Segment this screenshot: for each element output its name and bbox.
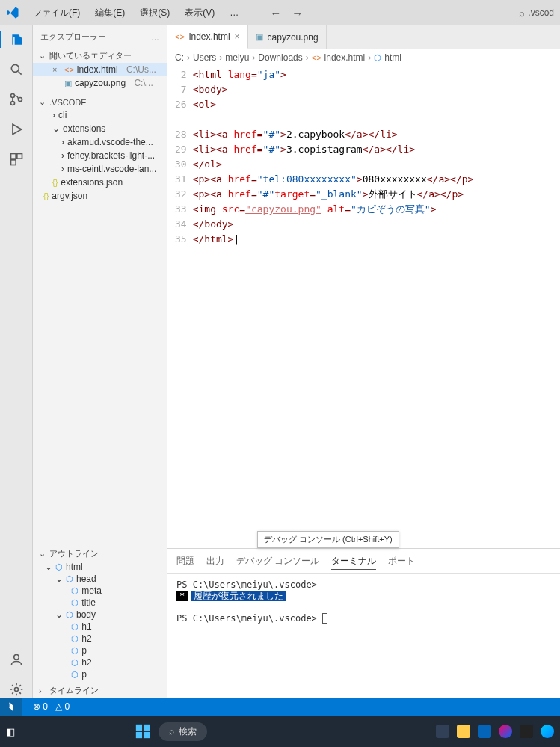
breadcrumb-segment[interactable]: C: [175,52,184,63]
outline-node[interactable]: ⌄⬡ body [33,609,167,621]
symbol-icon: ⬡ [71,586,79,596]
explorer-icon[interactable] [0,31,32,48]
status-errors[interactable]: ⊗ 0 [33,701,48,712]
breadcrumb-segment[interactable]: meiyu [225,52,249,63]
extensions-icon[interactable] [8,151,25,167]
activity-bar [0,25,33,698]
menu-edit[interactable]: 編集(E) [89,4,131,22]
panel-tab-problems[interactable]: 問題 [176,553,194,570]
open-editors-section[interactable]: ⌄ 開いているエディター [33,49,167,63]
windows-start-icon[interactable] [135,723,151,740]
symbol-icon: ⬡ [71,634,79,644]
taskbar-outlook-icon[interactable] [478,725,491,738]
settings-gear-icon[interactable] [8,681,25,698]
taskbar-terminal-icon[interactable] [520,725,533,738]
sidebar-more-icon[interactable]: … [151,33,159,42]
taskbar-search[interactable]: ⌕ 検索 [159,722,207,741]
chevron-down-icon: ⌄ [55,609,63,620]
outline-node[interactable]: ⬡ title [33,597,167,609]
close-icon[interactable]: × [235,31,240,42]
windows-taskbar: ◧ ⌕ 検索 [0,716,560,747]
svg-rect-9 [136,725,142,731]
code-editor[interactable]: 27262829303132333435 <html lang="ja"><bo… [167,66,560,548]
folder-item[interactable]: › akamud.vscode-the... [33,135,167,149]
account-icon[interactable] [8,651,25,668]
breadcrumb-segment[interactable]: html [384,52,401,63]
source-control-icon[interactable] [8,91,25,108]
chevron-down-icon: ⌄ [52,123,60,134]
history-star-icon: * [176,591,188,601]
taskbar-copilot-icon[interactable] [499,725,512,738]
tab-capyzou[interactable]: ▣ capyzou.png [248,25,327,49]
search-activity-icon[interactable] [8,61,25,78]
terminal[interactable]: PS C:\Users\meiyu\.vscode> *履歴が復元されました P… [167,574,560,698]
outline-node[interactable]: ⌄⬡ head [33,573,167,585]
outline-node[interactable]: ⬡ p [33,645,167,657]
breadcrumb-segment[interactable]: Downloads [258,52,302,63]
svg-rect-11 [136,732,142,738]
outline-node[interactable]: ⬡ h1 [33,621,167,633]
panel-tab-ports[interactable]: ポート [388,553,415,570]
timeline-section[interactable]: › タイムライン [33,683,167,698]
panel-tab-terminal[interactable]: ターミナル [331,553,376,570]
svg-rect-4 [10,154,16,159]
remote-indicator-icon[interactable] [0,698,22,716]
open-editor-capyzou[interactable]: ▣ capyzou.png C:\... [33,76,167,90]
chevron-right-icon: › [219,52,222,63]
outline-node[interactable]: ⬡ meta [33,585,167,597]
menu-select[interactable]: 選択(S) [134,4,176,22]
taskbar-edge-icon[interactable] [541,725,554,738]
symbol-icon: ⬡ [71,598,79,608]
debug-icon[interactable] [8,121,25,138]
close-icon[interactable]: × [52,65,61,74]
folder-item[interactable]: {} extensions.json [33,176,167,189]
folder-item[interactable]: › ms-ceintl.vscode-lan... [33,162,167,176]
nav-arrows: ← → [270,7,303,19]
breadcrumb-segment[interactable]: index.html [324,52,366,63]
json-file-icon: {} [52,178,58,187]
symbol-icon: ⬡ [71,646,79,656]
status-warnings[interactable]: △ 0 [55,701,70,712]
breadcrumb[interactable]: C:›Users›meiyu›Downloads›<>index.html›⬡h… [167,49,560,66]
folder-item[interactable]: › fehey.brackets-light-... [33,149,167,162]
folder-item[interactable]: › cli [33,108,167,122]
folder-item[interactable]: {} argv.json [33,189,167,203]
svg-point-2 [10,102,14,105]
chevron-right-icon: › [306,52,309,63]
chevron-right-icon: › [61,137,64,147]
outline-node[interactable]: ⬡ h2 [33,657,167,668]
svg-rect-6 [10,160,16,165]
menu-more[interactable]: … [224,4,244,21]
symbol-icon: ⬡ [374,53,381,63]
panel-tab-output[interactable]: 出力 [206,553,224,570]
command-search[interactable]: ⌕ .vscod [519,7,554,19]
chevron-right-icon: › [52,110,55,120]
outline-node[interactable]: ⬡ h2 [33,633,167,645]
taskbar-app-icon[interactable] [436,725,449,738]
menu-file[interactable]: ファイル(F) [27,4,86,22]
tab-index-html[interactable]: <> index.html × [167,25,248,49]
chevron-right-icon: › [368,52,371,63]
nav-back-icon[interactable]: ← [270,7,281,19]
open-editor-index-html[interactable]: × <> index.html C:\Us... [33,63,167,76]
symbol-icon: ⬡ [55,562,63,572]
breadcrumb-segment[interactable]: Users [193,52,216,63]
outline-section[interactable]: ⌄ アウトライン [33,547,167,561]
code-content[interactable]: <html lang="ja"><body><ol> <li><a href="… [193,66,480,548]
folder-item[interactable]: ⌄ extensions [33,122,167,135]
editor-pane: <> index.html × ▣ capyzou.png C:›Users›m… [167,25,560,698]
outline-node[interactable]: ⬡ p [33,668,167,680]
taskbar-widget-icon[interactable]: ◧ [6,726,15,737]
symbol-icon: ⬡ [66,574,73,584]
outline-node[interactable]: ⌄⬡ html [33,561,167,573]
svg-rect-10 [144,725,150,731]
chevron-right-icon: › [39,686,46,695]
taskbar-explorer-icon[interactable] [457,725,470,738]
search-icon: ⌕ [169,726,174,737]
status-bar: ⊗ 0 △ 0 [0,698,560,716]
menu-view[interactable]: 表示(V) [179,4,221,22]
folder-section[interactable]: ⌄ .VSCODE [33,96,167,108]
panel-tab-debug[interactable]: デバッグ コンソール [236,553,319,570]
html-file-icon: <> [175,32,185,41]
nav-forward-icon[interactable]: → [292,7,303,19]
